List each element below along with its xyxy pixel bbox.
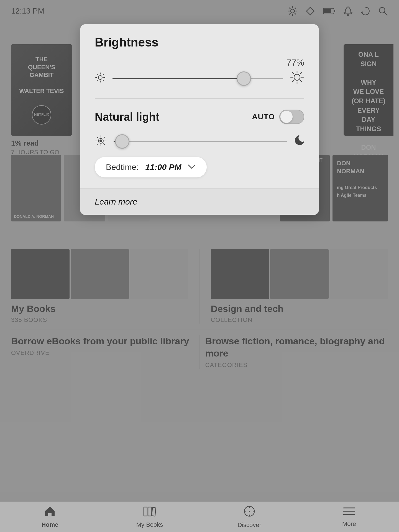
svg-line-21 [97,74,98,75]
bedtime-time: 11:00 PM [145,162,181,172]
bedtime-picker[interactable]: Bedtime: 11:00 PM [95,157,207,177]
brightness-section: Brightness 77% [80,24,319,98]
natural-light-header-row: Natural light AUTO [95,110,304,124]
brightness-slider-fill [112,78,244,79]
brightness-slider-track[interactable] [112,78,283,79]
svg-line-32 [300,73,302,74]
chevron-down-icon [188,163,196,171]
svg-point-16 [98,76,102,79]
learn-more-section: Learn more [80,188,319,215]
natural-light-title: Natural light [95,111,159,123]
natural-sun-icon [95,135,107,148]
brightness-title: Brightness [95,35,304,49]
svg-line-33 [292,81,294,82]
moon-icon [294,134,304,149]
natural-light-toggle[interactable] [279,110,304,124]
natural-light-slider-thumb[interactable] [115,134,129,149]
svg-line-39 [97,137,98,138]
svg-line-30 [292,73,294,74]
brightness-slider-row [95,70,304,87]
svg-point-25 [294,74,300,80]
svg-point-43 [99,140,102,142]
svg-line-22 [103,80,104,81]
natural-light-slider-track[interactable] [114,141,287,142]
svg-line-40 [104,144,105,145]
brightness-value: 77% [95,58,304,68]
sun-small-icon [95,72,106,86]
natural-light-section: Natural light AUTO [80,99,319,188]
natural-light-slider-row [95,134,304,149]
sun-large-icon [290,70,304,87]
learn-more-link[interactable]: Learn more [95,197,137,206]
svg-line-23 [103,74,104,75]
auto-toggle-group: AUTO [252,110,304,124]
svg-line-24 [97,80,98,81]
svg-line-41 [104,137,105,138]
brightness-slider-thumb[interactable] [237,71,251,86]
auto-label: AUTO [252,112,275,121]
toggle-knob [280,111,293,123]
svg-line-31 [300,81,302,82]
brightness-panel: Brightness 77% [80,24,319,215]
svg-line-42 [97,144,98,145]
bedtime-label: Bedtime: [106,162,139,172]
